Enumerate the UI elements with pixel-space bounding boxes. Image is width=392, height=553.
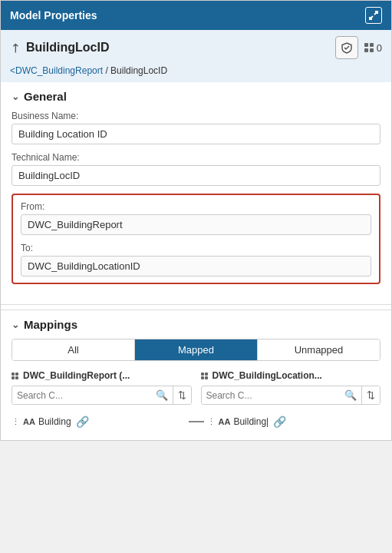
from-input[interactable] [21, 214, 371, 235]
business-name-field: Business Name: [12, 111, 380, 144]
left-item-menu-icon[interactable]: ⋮ [12, 417, 20, 427]
right-col-grid-icon [201, 373, 208, 379]
tab-unmapped[interactable]: Unmapped [258, 339, 380, 360]
to-label: To: [21, 243, 371, 253]
shield-button[interactable] [335, 36, 358, 59]
right-search-input[interactable] [202, 387, 341, 404]
mapping-item-row: ⋮ AA Building 🔗 ⋮ AA Building| 🔗 [12, 411, 380, 432]
breadcrumb-current: BuildingLocID [110, 65, 167, 76]
connector [189, 421, 204, 422]
mappings-tab-group: All Mapped Unmapped [12, 339, 380, 361]
tab-mapped[interactable]: Mapped [135, 339, 258, 360]
svg-line-1 [370, 16, 373, 19]
technical-name-field: Technical Name: [12, 152, 380, 186]
general-section: ⌄ General Business Name: Technical Name:… [1, 82, 391, 300]
technical-name-input[interactable] [12, 165, 380, 186]
technical-name-label: Technical Name: [12, 152, 380, 163]
breadcrumb: <DWC_BuildingReport / BuildingLocID [1, 65, 391, 82]
right-sort-button[interactable]: ⇅ [361, 386, 380, 404]
left-item-label: Building [38, 416, 71, 427]
right-link-icon[interactable]: 🔗 [272, 414, 288, 429]
entity-row: ↗ BuildingLocID 0 [1, 30, 391, 65]
header-icons [365, 7, 382, 24]
from-field: From: [21, 201, 371, 235]
left-col-grid-icon [12, 373, 18, 379]
right-item-type: AA [219, 417, 231, 426]
model-properties-panel: Model Properties ↗ BuildingLocID [0, 0, 392, 441]
right-search-row: 🔍 ⇅ [201, 386, 381, 405]
right-mapping-item: ⋮ AA Building| 🔗 [207, 414, 381, 429]
grid-button[interactable]: 0 [364, 42, 382, 54]
general-section-header[interactable]: ⌄ General [12, 90, 380, 103]
mappings-section-header[interactable]: ⌄ Mappings [12, 318, 380, 331]
entity-name: BuildingLocID [26, 41, 109, 55]
mappings-section-label: Mappings [24, 318, 77, 331]
right-item-label: Building| [233, 416, 268, 427]
expand-button[interactable] [365, 7, 382, 24]
left-column-label: DWC_BuildingReport (... [23, 370, 130, 381]
right-item-menu-icon[interactable]: ⋮ [207, 417, 216, 427]
entity-icon: ↗ [6, 39, 24, 57]
panel-header: Model Properties [1, 1, 391, 30]
left-search-input[interactable] [12, 387, 151, 404]
business-name-label: Business Name: [12, 111, 380, 121]
left-mapping-item: ⋮ AA Building 🔗 [12, 414, 186, 429]
panel-title: Model Properties [10, 9, 97, 22]
mappings-section: ⌄ Mappings All Mapped Unmapped DWC_B [1, 310, 391, 440]
left-link-icon[interactable]: 🔗 [74, 414, 91, 429]
right-column: DWC_BuildingLocation... 🔍 ⇅ [201, 370, 381, 405]
left-column-title: DWC_BuildingReport (... [12, 370, 192, 381]
svg-line-0 [374, 12, 377, 15]
left-search-button[interactable]: 🔍 [151, 386, 173, 404]
entity-action-icons: 0 [335, 36, 382, 59]
right-search-button[interactable]: 🔍 [340, 386, 361, 404]
left-sort-button[interactable]: ⇅ [173, 386, 191, 404]
tab-all[interactable]: All [12, 339, 135, 360]
to-input[interactable] [21, 256, 371, 276]
breadcrumb-parent[interactable]: <DWC_BuildingReport [10, 65, 103, 76]
mappings-chevron: ⌄ [12, 320, 19, 330]
right-column-title: DWC_BuildingLocation... [201, 370, 381, 381]
general-section-label: General [24, 90, 67, 103]
general-chevron: ⌄ [12, 91, 19, 102]
left-search-row: 🔍 ⇅ [12, 386, 192, 405]
grid-icon [364, 43, 374, 52]
grid-count: 0 [377, 42, 382, 54]
left-column: DWC_BuildingReport (... 🔍 ⇅ [12, 370, 192, 405]
from-to-box: From: To: [12, 194, 380, 284]
left-item-type: AA [23, 417, 35, 426]
from-label: From: [21, 201, 371, 212]
right-column-label: DWC_BuildingLocation... [212, 370, 322, 381]
connector-line [189, 421, 204, 422]
entity-name-group: ↗ BuildingLocID [10, 41, 109, 55]
business-name-input[interactable] [12, 124, 380, 144]
mappings-columns: DWC_BuildingReport (... 🔍 ⇅ [12, 370, 380, 405]
to-field: To: [21, 243, 371, 276]
